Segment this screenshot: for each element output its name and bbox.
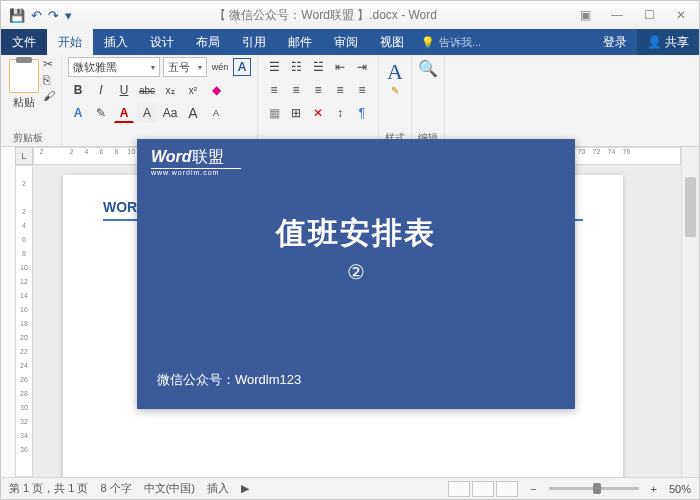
minimize-icon[interactable]: —: [603, 8, 631, 22]
multilevel-button[interactable]: ☱: [308, 57, 328, 77]
overlay-logo: Word联盟 www.wordlm.com: [151, 147, 241, 176]
language-indicator[interactable]: 中文(中国): [144, 481, 195, 496]
ribbon: 粘贴 ✂ ⎘ 🖌 剪贴板 微软雅黑▾ 五号▾ wén A B I U abc x…: [1, 55, 699, 147]
decrease-indent-button[interactable]: ⇤: [330, 57, 350, 77]
tab-insert[interactable]: 插入: [93, 29, 139, 55]
page-indicator[interactable]: 第 1 页，共 1 页: [9, 481, 88, 496]
align-left-button[interactable]: ≡: [264, 80, 284, 100]
redo-icon[interactable]: ↷: [48, 8, 59, 23]
shading-button[interactable]: ▦: [264, 103, 284, 123]
view-buttons: [448, 481, 518, 497]
tab-file[interactable]: 文件: [1, 29, 47, 55]
font-name-value: 微软雅黑: [73, 60, 117, 75]
vertical-scrollbar[interactable]: [681, 147, 699, 477]
insert-mode[interactable]: 插入: [207, 481, 229, 496]
highlight-button[interactable]: ✎: [91, 103, 111, 123]
login-button[interactable]: 登录: [593, 29, 637, 55]
shrink-font-button[interactable]: A: [206, 103, 226, 123]
macro-icon[interactable]: ▶: [241, 482, 249, 495]
ribbon-options-icon[interactable]: ▣: [571, 8, 599, 22]
save-icon[interactable]: 💾: [9, 8, 25, 23]
clipboard-group-label: 剪贴板: [13, 129, 43, 145]
maximize-icon[interactable]: ☐: [635, 8, 663, 22]
window-title: 【 微信公众号：Word联盟 】.docx - Word: [80, 7, 571, 24]
overlay-url: www.wordlm.com: [151, 168, 241, 176]
tab-references[interactable]: 引用: [231, 29, 277, 55]
group-styles: A ✎ 样式: [379, 55, 412, 146]
tab-review[interactable]: 审阅: [323, 29, 369, 55]
overlay-logo-cn: 联盟: [192, 148, 224, 165]
overlay-footer: 微信公众号：Wordlm123: [157, 371, 301, 389]
zoom-level[interactable]: 50%: [669, 483, 691, 495]
underline-button[interactable]: U: [114, 80, 134, 100]
tell-me-label: 告诉我...: [439, 35, 481, 50]
close-icon[interactable]: ✕: [667, 8, 695, 22]
styles-icon: A: [387, 59, 403, 85]
sort-button[interactable]: ✕: [308, 103, 328, 123]
quick-access-toolbar: 💾 ↶ ↷ ▾: [1, 8, 80, 23]
tab-view[interactable]: 视图: [369, 29, 415, 55]
ribbon-tabs: 文件 开始 插入 设计 布局 引用 邮件 审阅 视图 💡 告诉我... 登录 👤…: [1, 29, 699, 55]
qat-more-icon[interactable]: ▾: [65, 8, 72, 23]
align-right-button[interactable]: ≡: [308, 80, 328, 100]
font-name-combo[interactable]: 微软雅黑▾: [68, 57, 160, 77]
read-mode-button[interactable]: [448, 481, 470, 497]
tell-me-box[interactable]: 💡 告诉我...: [415, 29, 593, 55]
clipboard-icon: [9, 59, 39, 93]
scrollbar-thumb[interactable]: [685, 177, 696, 237]
superscript-button[interactable]: x²: [183, 80, 203, 100]
undo-icon[interactable]: ↶: [31, 8, 42, 23]
zoom-slider[interactable]: [549, 487, 639, 490]
tab-home[interactable]: 开始: [47, 29, 93, 55]
print-layout-button[interactable]: [472, 481, 494, 497]
show-marks-button[interactable]: ¶: [352, 103, 372, 123]
overlay-logo-word: Word: [151, 148, 192, 165]
group-paragraph: ☰ ☷ ☱ ⇤ ⇥ ≡ ≡ ≡ ≡ ≡ ▦ ⊞ ✕ ↕ ¶: [258, 55, 379, 146]
tab-layout[interactable]: 布局: [185, 29, 231, 55]
zoom-out-button[interactable]: −: [530, 483, 536, 495]
char-border-button[interactable]: A: [233, 58, 251, 76]
clipboard-mini: ✂ ⎘ 🖌: [41, 57, 55, 145]
subscript-button[interactable]: x₂: [160, 80, 180, 100]
title-bar: 💾 ↶ ↷ ▾ 【 微信公众号：Word联盟 】.docx - Word ▣ —…: [1, 1, 699, 29]
chevron-down-icon: ▾: [198, 63, 202, 72]
share-icon: 👤: [647, 35, 662, 49]
paste-label: 粘贴: [13, 95, 35, 110]
borders-button[interactable]: ⊞: [286, 103, 306, 123]
phonetic-guide-button[interactable]: wén: [210, 57, 230, 77]
group-clipboard: 粘贴 ✂ ⎘ 🖌 剪贴板: [1, 55, 62, 146]
justify-button[interactable]: ≡: [330, 80, 350, 100]
align-center-button[interactable]: ≡: [286, 80, 306, 100]
lightbulb-icon: 💡: [421, 36, 435, 49]
copy-icon[interactable]: ⎘: [43, 73, 55, 87]
bold-button[interactable]: B: [68, 80, 88, 100]
cut-icon[interactable]: ✂: [43, 57, 55, 71]
find-icon[interactable]: 🔍: [418, 59, 438, 78]
styles-button[interactable]: A ✎: [387, 59, 403, 96]
word-count[interactable]: 8 个字: [100, 481, 131, 496]
clear-formatting-icon[interactable]: ◆: [206, 80, 226, 100]
tab-design[interactable]: 设计: [139, 29, 185, 55]
italic-button[interactable]: I: [91, 80, 111, 100]
numbering-button[interactable]: ☷: [286, 57, 306, 77]
ruler-corner[interactable]: L: [15, 147, 33, 165]
format-painter-icon[interactable]: 🖌: [43, 89, 55, 103]
tab-mailings[interactable]: 邮件: [277, 29, 323, 55]
char-shading-button[interactable]: A: [137, 103, 157, 123]
increase-indent-button[interactable]: ⇥: [352, 57, 372, 77]
text-effects-button[interactable]: A: [68, 103, 88, 123]
vertical-ruler[interactable]: 224681012141618202224262830323436: [15, 165, 33, 477]
font-color-button[interactable]: A: [114, 103, 134, 123]
group-editing: 🔍 编辑: [412, 55, 445, 146]
font-size-combo[interactable]: 五号▾: [163, 57, 207, 77]
change-case-button[interactable]: Aa: [160, 103, 180, 123]
grow-font-button[interactable]: A: [183, 103, 203, 123]
distributed-button[interactable]: ≡: [352, 80, 372, 100]
share-button[interactable]: 👤 共享: [637, 29, 699, 55]
zoom-in-button[interactable]: +: [651, 483, 657, 495]
line-spacing-button[interactable]: ↕: [330, 103, 350, 123]
web-layout-button[interactable]: [496, 481, 518, 497]
strikethrough-button[interactable]: abc: [137, 80, 157, 100]
bullets-button[interactable]: ☰: [264, 57, 284, 77]
overlay-card: Word联盟 www.wordlm.com 值班安排表 ② 微信公众号：Word…: [137, 139, 575, 409]
